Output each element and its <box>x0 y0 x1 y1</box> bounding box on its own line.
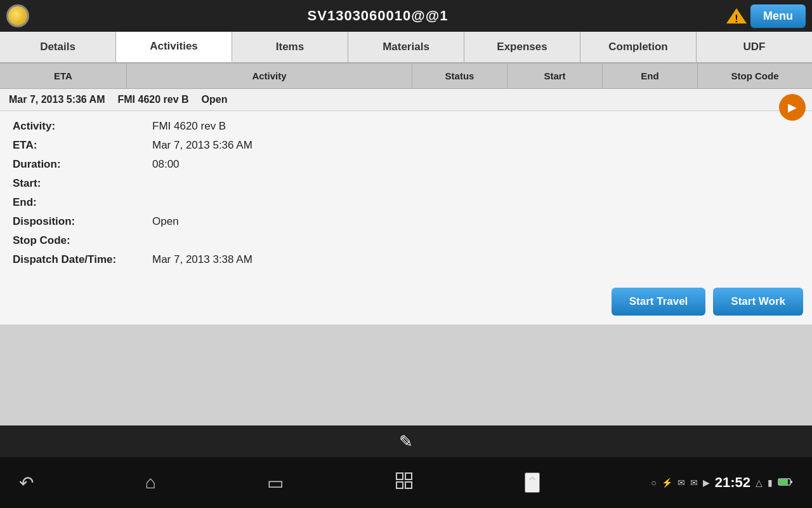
col-header-end: End <box>603 64 698 88</box>
dispatch-label: Dispatch Date/Time: <box>13 253 152 266</box>
media-icon: ▶ <box>703 478 710 488</box>
col-header-stopcode: Stop Code <box>698 64 812 88</box>
warning-triangle-icon: ! <box>726 7 747 25</box>
eta-value: Mar 7, 2013 5:36 AM <box>152 139 252 152</box>
svg-rect-2 <box>396 473 403 479</box>
svg-rect-3 <box>405 473 412 479</box>
disposition-value: Open <box>152 215 179 228</box>
circle-icon: ○ <box>651 478 656 488</box>
row-status: Open <box>202 94 228 105</box>
home-button[interactable]: ⌂ <box>145 472 156 493</box>
start-work-button[interactable]: Start Work <box>713 288 803 316</box>
email2-icon: ✉ <box>690 478 698 488</box>
menu-button[interactable]: Menu <box>750 4 806 28</box>
clock-display: 21:52 <box>715 474 750 491</box>
svg-text:!: ! <box>735 13 738 24</box>
eta-label: ETA: <box>13 139 152 152</box>
tab-udf[interactable]: UDF <box>697 32 812 62</box>
detail-activity-row: Activity: FMI 4620 rev B <box>13 120 799 133</box>
column-header-bar: ETA Activity Status Start End Stop Code <box>0 64 812 89</box>
tab-expenses[interactable]: Expenses <box>464 32 580 62</box>
tab-activities[interactable]: Activities <box>116 32 232 62</box>
top-right-controls: ! Menu <box>726 4 806 28</box>
detail-disposition-row: Disposition: Open <box>13 215 799 228</box>
start-label: Start: <box>13 177 152 190</box>
col-header-status: Status <box>412 64 508 88</box>
battery-icon <box>778 477 793 489</box>
back-button[interactable]: ↶ <box>19 472 34 493</box>
content-area: Mar 7, 2013 5:36 AM FMI 4620 rev B Open … <box>0 89 812 324</box>
detail-eta-row: ETA: Mar 7, 2013 5:36 AM <box>13 139 799 152</box>
tab-completion[interactable]: Completion <box>580 32 697 62</box>
col-header-eta: ETA <box>0 64 127 88</box>
duration-label: Duration: <box>13 158 152 171</box>
row-eta: Mar 7, 2013 5:36 AM <box>9 94 105 105</box>
detail-panel: Activity: FMI 4620 rev B ETA: Mar 7, 201… <box>0 111 812 281</box>
email-icon: ✉ <box>678 478 685 488</box>
up-arrow-button[interactable]: ⌃ <box>525 472 540 493</box>
stop-code-label: Stop Code: <box>13 234 152 247</box>
tab-bar: Details Activities Items Materials Expen… <box>0 32 812 64</box>
activity-value: FMI 4620 rev B <box>152 120 226 133</box>
disposition-label: Disposition: <box>13 215 152 228</box>
start-travel-button[interactable]: Start Travel <box>612 288 706 316</box>
tab-materials[interactable]: Materials <box>348 32 464 62</box>
wifi-icon: △ <box>756 478 763 488</box>
tab-details[interactable]: Details <box>0 32 116 62</box>
nav-bar: ↶ ⌂ ▭ ⌃ ○ ⚡ ✉ ✉ ▶ 21:52 △ ▮ <box>0 457 812 508</box>
signal-bars-icon: ▮ <box>768 478 773 488</box>
usb-icon: ⚡ <box>662 478 672 488</box>
detail-dispatch-row: Dispatch Date/Time: Mar 7, 2013 3:38 AM <box>13 253 799 266</box>
col-header-activity: Activity <box>127 64 412 88</box>
detail-duration-row: Duration: 08:00 <box>13 158 799 171</box>
top-bar: SV1303060010@@1 ! Menu <box>0 0 812 32</box>
end-label: End: <box>13 196 152 209</box>
svg-rect-5 <box>405 482 412 488</box>
col-header-start: Start <box>508 64 603 88</box>
activity-label: Activity: <box>13 120 152 133</box>
bottom-toolbar: ✎ <box>0 425 812 457</box>
detail-stopcode-row: Stop Code: <box>13 234 799 247</box>
edit-icon[interactable]: ✎ <box>399 432 413 451</box>
duration-value: 08:00 <box>152 158 180 171</box>
tab-items[interactable]: Items <box>232 32 348 62</box>
dispatch-value: Mar 7, 2013 3:38 AM <box>152 253 252 266</box>
activity-row[interactable]: Mar 7, 2013 5:36 AM FMI 4620 rev B Open <box>0 89 812 111</box>
status-icons: ○ ⚡ ✉ ✉ ▶ 21:52 △ ▮ <box>651 474 793 491</box>
recents-button[interactable]: ▭ <box>267 472 284 493</box>
row-activity: FMI 4620 rev B <box>117 94 188 105</box>
signal-icon <box>6 4 29 27</box>
action-buttons: Start Travel Start Work <box>0 281 812 324</box>
svg-rect-4 <box>396 482 403 488</box>
app-title: SV1303060010@@1 <box>308 8 449 24</box>
detail-start-row: Start: <box>13 177 799 190</box>
detail-end-row: End: <box>13 196 799 209</box>
svg-rect-7 <box>790 481 792 483</box>
grid-button[interactable] <box>395 472 413 494</box>
svg-rect-8 <box>779 479 788 485</box>
